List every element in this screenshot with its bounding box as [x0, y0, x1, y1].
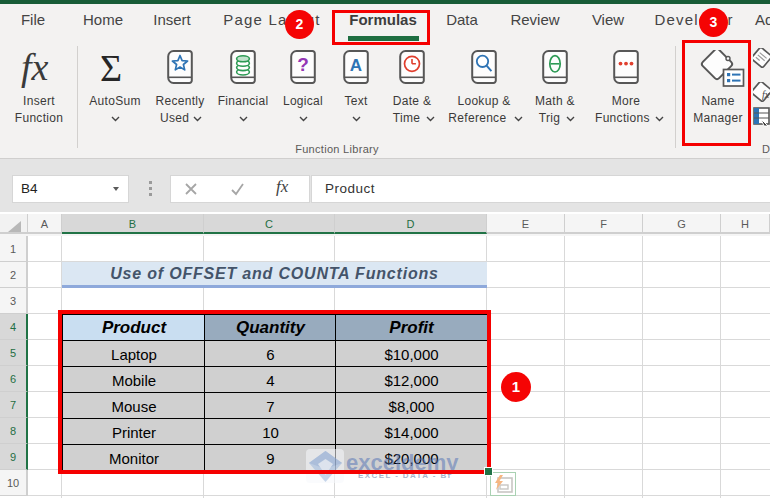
svg-text:?: ?: [297, 54, 309, 75]
svg-text:fx: fx: [762, 89, 770, 100]
svg-text:A: A: [350, 56, 362, 75]
